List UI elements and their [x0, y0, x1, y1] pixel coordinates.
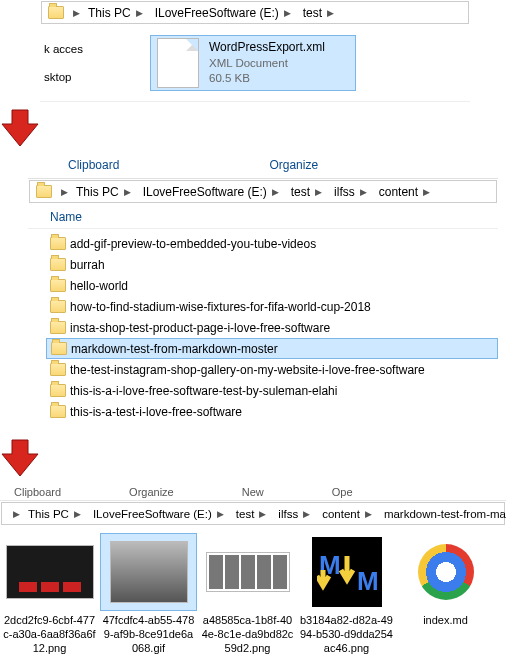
folder-label: this-is-a-test-i-love-free-software [70, 405, 242, 419]
arrow-down-icon [0, 108, 506, 148]
breadcrumb-segment[interactable]: test▶ [230, 503, 273, 524]
file-meta: WordPressExport.xml XML Document 60.5 KB [209, 39, 325, 86]
nav-item[interactable]: k acces [44, 35, 95, 63]
file-thumbnail[interactable]: MMb3184a82-d82a-4994-b530-d9dda254ac46.p… [299, 534, 394, 655]
chevron-right-icon: ▶ [69, 509, 83, 519]
folder-item[interactable]: add-gif-preview-to-embedded-you-tube-vid… [46, 233, 498, 254]
folder-icon [48, 6, 64, 19]
chevron-right-icon: ▶ [279, 8, 293, 18]
file-size: 60.5 KB [209, 71, 325, 87]
folder-label: the-test-instagram-shop-gallery-on-my-we… [70, 363, 425, 377]
file-name: 47fcdfc4-ab55-4789-af9b-8ce91de6a068.gif [101, 614, 196, 655]
folder-item[interactable]: burrah [46, 254, 498, 275]
file-name: a48585ca-1b8f-404e-8c1e-da9bd82c59d2.png [200, 614, 295, 655]
chevron-right-icon: ▶ [254, 509, 268, 519]
breadcrumb-label: test [291, 185, 310, 199]
image-preview [206, 552, 290, 592]
arrow-down-icon [0, 438, 506, 478]
chevron-right-icon: ▶ [418, 187, 432, 197]
ribbon-group[interactable]: Organize [121, 486, 234, 498]
breadcrumb[interactable]: ▶ This PC▶ ILoveFreeSoftware (E:)▶ test▶… [29, 180, 497, 203]
ribbon-group[interactable]: Clipboard [28, 156, 189, 174]
file-thumbnail[interactable]: index.md [398, 534, 493, 655]
chevron-right-icon: ▶ [322, 8, 336, 18]
breadcrumb-segment[interactable]: ILoveFreeSoftware (E:)▶ [87, 503, 230, 524]
ribbon-group[interactable]: Clipboard [6, 486, 121, 498]
folder-label: this-is-a-i-love-free-software-test-by-s… [70, 384, 337, 398]
folder-icon [36, 185, 52, 198]
xml-file-icon [157, 38, 199, 88]
folder-label: hello-world [70, 279, 128, 293]
breadcrumb-segment[interactable]: content▶ [373, 181, 436, 202]
folder-icon [50, 363, 66, 376]
explorer-window-2: Clipboard Organize ▶ This PC▶ ILoveFreeS… [28, 154, 498, 432]
folder-item[interactable]: hello-world [46, 275, 498, 296]
thumbnail-preview [2, 534, 97, 610]
breadcrumb-label: ilfss [278, 508, 298, 520]
breadcrumb-segment[interactable]: ILoveFreeSoftware (E:)▶ [149, 2, 297, 23]
folder-icon [50, 384, 66, 397]
folder-item[interactable]: markdown-test-from-markdown-moster [46, 338, 498, 359]
breadcrumb-segment[interactable]: test▶ [285, 181, 328, 202]
folder-icon [50, 279, 66, 292]
image-preview [6, 545, 94, 599]
breadcrumb-segment[interactable]: content▶ [316, 503, 378, 524]
breadcrumb-label: ILoveFreeSoftware (E:) [93, 508, 212, 520]
chevron-right-icon[interactable]: ▶ [56, 187, 70, 197]
breadcrumb-label: test [236, 508, 255, 520]
breadcrumb[interactable]: ▶ This PC▶ ILoveFreeSoftware (E:)▶ test▶ [41, 1, 469, 24]
folder-item[interactable]: the-test-instagram-shop-gallery-on-my-we… [46, 359, 498, 380]
folder-icon [50, 258, 66, 271]
chevron-right-icon: ▶ [131, 8, 145, 18]
breadcrumb-segment[interactable]: ilfss▶ [328, 181, 373, 202]
breadcrumb-segment[interactable]: This PC▶ [82, 2, 149, 23]
file-item-selected[interactable]: WordPressExport.xml XML Document 60.5 KB [150, 35, 356, 91]
folder-label: how-to-find-stadium-wise-fixtures-for-fi… [70, 300, 371, 314]
explorer-window-3: Clipboard Organize New Ope ▶ This PC▶ IL… [0, 484, 506, 656]
file-name: 2dcd2fc9-6cbf-477c-a30a-6aa8f36a6f12.png [2, 614, 97, 655]
chevron-right-icon: ▶ [355, 187, 369, 197]
chevron-right-icon[interactable]: ▶ [8, 509, 22, 519]
breadcrumb-label: test [303, 6, 322, 20]
column-header-name[interactable]: Name [28, 204, 498, 229]
file-thumbnail[interactable]: 2dcd2fc9-6cbf-477c-a30a-6aa8f36a6f12.png [2, 534, 97, 655]
ribbon-group[interactable]: New [234, 486, 324, 498]
breadcrumb-label: This PC [88, 6, 131, 20]
folder-item[interactable]: this-is-a-test-i-love-free-software [46, 401, 498, 422]
file-thumbnail[interactable]: a48585ca-1b8f-404e-8c1e-da9bd82c59d2.png [200, 534, 295, 655]
breadcrumb-segment[interactable]: This PC▶ [70, 181, 137, 202]
folder-label: add-gif-preview-to-embedded-you-tube-vid… [70, 237, 316, 251]
ribbon: Clipboard Organize New Ope [0, 484, 506, 501]
file-name: index.md [398, 614, 493, 628]
file-name: WordPressExport.xml [209, 39, 325, 55]
folder-icon [51, 342, 67, 355]
chevron-right-icon[interactable]: ▶ [68, 8, 82, 18]
nav-item[interactable]: sktop [44, 63, 95, 91]
chevron-right-icon: ▶ [212, 509, 226, 519]
folder-icon [50, 405, 66, 418]
thumbnail-preview: MM [299, 534, 394, 610]
thumbnail-preview [398, 534, 493, 610]
nav-pane: k acces sktop [40, 35, 95, 91]
breadcrumb[interactable]: ▶ This PC▶ ILoveFreeSoftware (E:)▶ test▶… [1, 502, 505, 525]
image-preview [110, 541, 188, 603]
breadcrumb-segment[interactable]: test▶ [297, 2, 340, 23]
breadcrumb-segment[interactable]: markdown-test-from-markdown- [378, 503, 506, 524]
breadcrumb-segment[interactable]: This PC▶ [22, 503, 87, 524]
ribbon-group[interactable]: Organize [189, 156, 388, 174]
file-thumbnail[interactable]: 47fcdfc4-ab55-4789-af9b-8ce91de6a068.gif [101, 534, 196, 655]
folder-item[interactable]: insta-shop-test-product-page-i-love-free… [46, 317, 498, 338]
thumbnail-preview [200, 534, 295, 610]
ribbon: Clipboard Organize [28, 154, 498, 179]
thumbnail-pane: 2dcd2fc9-6cbf-477c-a30a-6aa8f36a6f12.png… [0, 526, 506, 656]
breadcrumb-label: This PC [28, 508, 69, 520]
explorer-window-1: ▶ This PC▶ ILoveFreeSoftware (E:)▶ test▶… [40, 1, 470, 102]
chevron-right-icon: ▶ [298, 509, 312, 519]
breadcrumb-segment[interactable]: ilfss▶ [272, 503, 316, 524]
ribbon-group[interactable]: Ope [324, 486, 353, 498]
folder-item[interactable]: how-to-find-stadium-wise-fixtures-for-fi… [46, 296, 498, 317]
breadcrumb-segment[interactable]: ILoveFreeSoftware (E:)▶ [137, 181, 285, 202]
breadcrumb-label: ILoveFreeSoftware (E:) [155, 6, 279, 20]
folder-item[interactable]: this-is-a-i-love-free-software-test-by-s… [46, 380, 498, 401]
breadcrumb-label: This PC [76, 185, 119, 199]
